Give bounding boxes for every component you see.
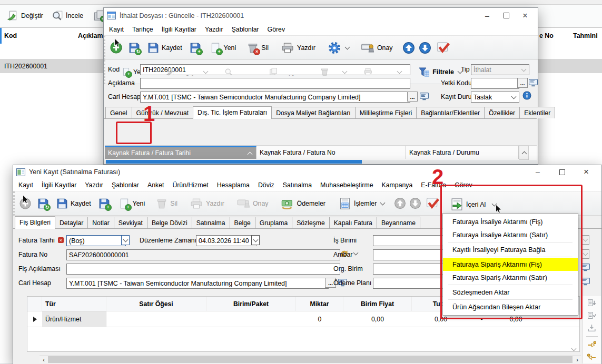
cell-satir-ogesi[interactable]: [106, 311, 206, 327]
cell-birim-paket[interactable]: [206, 311, 296, 327]
tab-millilestirme[interactable]: Millileştirme Fişleri: [355, 107, 417, 118]
grid-scroll-up-button[interactable]: [519, 146, 529, 160]
new-button[interactable]: + Yeni: [116, 196, 148, 211]
account-monitor-icon[interactable]: [420, 92, 429, 101]
menu-item-siparis-fis-highlighted[interactable]: Faturaya Sipariş Aktarımı (Fiş): [443, 258, 578, 271]
print-button[interactable]: Yazdır: [278, 40, 318, 56]
save-refresh-button[interactable]: ↻: [129, 42, 140, 54]
confirm-check-icon[interactable]: [426, 197, 440, 210]
operations-button[interactable]: İşlemler: [336, 195, 388, 212]
cell-birim-fiyat[interactable]: 0,00: [343, 311, 412, 327]
column-belge-no[interactable]: e No: [539, 32, 554, 39]
menu-hesaplama[interactable]: Hesaplama: [213, 180, 254, 190]
col-satir-ogesi[interactable]: Satır Öğesi: [106, 297, 206, 311]
invoice-dialog-titlebar[interactable]: Yeni Kayıt (Satınalma Faturası) – ×: [13, 165, 601, 179]
scrollbar-thumb[interactable]: [106, 160, 362, 164]
account-input[interactable]: Y.MT.001 [TSMC - Taiwan Semiconductor Ma…: [140, 92, 410, 103]
tab-kapali-fatura[interactable]: Kapalı Fatura: [329, 217, 377, 228]
status-combo[interactable]: Taslak: [471, 92, 519, 103]
transfer-out-icon[interactable]: [587, 353, 596, 362]
tab-sozlesme[interactable]: Sözleşme: [292, 217, 330, 228]
tab-notlar[interactable]: Notlar: [87, 217, 114, 228]
menu-kampanya[interactable]: Kampanya: [378, 180, 417, 190]
column-kod[interactable]: Kod: [4, 32, 17, 39]
column-tahmini[interactable]: Tahmini: [573, 32, 598, 39]
info-icon[interactable]: [522, 91, 531, 100]
move-up-icon[interactable]: [402, 42, 415, 54]
description-input[interactable]: [140, 78, 410, 89]
tab-dosya-maliyet[interactable]: Dosya Maliyet Bağlantıları: [271, 107, 356, 118]
grid-column-fatura-tarihi[interactable]: Kaynak Fatura / Fatura Tarihi: [105, 146, 256, 159]
chevron-down-icon[interactable]: [353, 250, 359, 256]
menu-item-irsaliye-satir[interactable]: Faturaya İrsaliye Aktarımı (Satır): [443, 228, 578, 241]
col-birim-paket[interactable]: Birim/Paket: [206, 297, 296, 311]
tab-gumruk-mevzuat[interactable]: Gümrük / Mevzuat: [132, 107, 194, 118]
menu-muhasebelestirme[interactable]: Muhasebeleştirme: [316, 180, 377, 190]
menu-doviz[interactable]: Döviz: [254, 180, 279, 190]
close-button[interactable]: ×: [574, 166, 598, 178]
auth-code-input[interactable]: [471, 78, 519, 89]
import-rows-icon[interactable]: [587, 323, 596, 332]
grid-column-fatura-no[interactable]: Kaynak Fatura / Fatura No: [256, 146, 406, 159]
edit-time-combo[interactable]: 04.03.2026 11:40: [196, 235, 256, 246]
close-button[interactable]: ×: [516, 9, 535, 22]
tab-genel[interactable]: Genel: [105, 107, 132, 118]
menu-item-sozlesmeden-aktar[interactable]: Sözleşmeden Aktar: [443, 286, 578, 299]
payments-button[interactable]: Ödemeler: [278, 195, 328, 212]
cell-miktar[interactable]: 0: [296, 311, 343, 327]
menu-ilgili-kayitlar[interactable]: İlgili Kayıtlar: [37, 180, 81, 190]
menu-kayit[interactable]: Kayıt: [14, 180, 37, 190]
delete-button[interactable]: × Sil: [244, 40, 271, 56]
tab-baglantilar[interactable]: Bağlantılar/Eklentiler: [416, 107, 485, 118]
tab-gruplama[interactable]: Gruplama: [255, 217, 293, 228]
invoice-no-input[interactable]: SAF2026000000001: [66, 249, 340, 260]
grid-column-durumu[interactable]: Kaynak Fatura / Durumu: [406, 146, 519, 159]
tab-beyanname[interactable]: Beyanname: [377, 217, 420, 228]
menu-urun-hizmet[interactable]: Ürün/Hizmet: [168, 180, 212, 190]
col-tur[interactable]: Tür: [42, 297, 106, 311]
move-down-icon[interactable]: [419, 42, 431, 54]
tab-satinalma[interactable]: Satınalma: [192, 217, 230, 228]
right-monitor-icon-2[interactable]: [581, 277, 590, 286]
tab-fis-bilgileri[interactable]: Fiş Bilgileri: [15, 216, 55, 229]
right-monitor-icon-1[interactable]: [581, 263, 590, 272]
menu-tarihce[interactable]: Tarihçe: [128, 24, 157, 35]
grid-horizontal-scrollbar[interactable]: [105, 160, 537, 164]
account-input[interactable]: Y.MT.001 [TSMC - Taiwan Semiconductor Ma…: [66, 278, 329, 289]
edit-time-dropdown[interactable]: [251, 235, 260, 245]
business-unit-input[interactable]: [373, 235, 453, 246]
scroll-right-icon[interactable]: ›: [574, 357, 581, 363]
menu-kayit[interactable]: Kayıt: [105, 24, 128, 35]
menu-satinalma[interactable]: Satınalma: [279, 180, 316, 190]
inspect-button[interactable]: İncele: [49, 8, 86, 24]
tab-sevkiyat[interactable]: Sevkiyat: [114, 217, 147, 228]
invoice-date-dropdown[interactable]: [121, 235, 130, 245]
slip-desc-input[interactable]: [66, 264, 340, 275]
tab-belge-dovizi[interactable]: Belge Dövizi: [147, 217, 192, 228]
tab-eklentiler[interactable]: Eklentiler: [519, 107, 555, 118]
new-button[interactable]: + Yeni: [207, 40, 239, 56]
row-select-icon[interactable]: [587, 311, 596, 320]
modify-button[interactable]: Değiştir: [4, 8, 46, 24]
scrollbar-thumb[interactable]: [48, 356, 573, 363]
save-new-button[interactable]: +: [190, 42, 201, 54]
org-unit-input[interactable]: [373, 264, 453, 275]
import-button[interactable]: İçeri Al: [448, 196, 500, 213]
column-aciklama[interactable]: Açıklama: [78, 32, 106, 39]
menu-yazdir[interactable]: Yazdır: [81, 180, 107, 190]
scroll-left-icon[interactable]: ‹: [40, 357, 48, 363]
menu-ilgili-kayitlar[interactable]: İlgili Kayıtlar: [157, 24, 201, 35]
warehouse-input[interactable]: [373, 249, 453, 260]
settings-button[interactable]: [325, 39, 353, 57]
maximize-button[interactable]: [550, 166, 574, 178]
menu-item-urun-agacindan[interactable]: Ürün Ağacından Bileşen Aktar: [443, 300, 578, 314]
menu-anket[interactable]: Anket: [143, 180, 168, 190]
transfer-in-icon[interactable]: [587, 340, 596, 349]
tab-ozellikler[interactable]: Özellikler: [484, 107, 520, 118]
col-birim-fiyat[interactable]: Birim Fiyat: [343, 297, 412, 311]
menu-gorev[interactable]: Görev: [450, 180, 477, 190]
payment-plan-input[interactable]: [373, 278, 453, 289]
save-button[interactable]: Kaydet: [145, 40, 185, 56]
invoice-date-combo[interactable]: (Boş): [66, 235, 126, 246]
col-miktar[interactable]: Miktar: [296, 297, 343, 311]
